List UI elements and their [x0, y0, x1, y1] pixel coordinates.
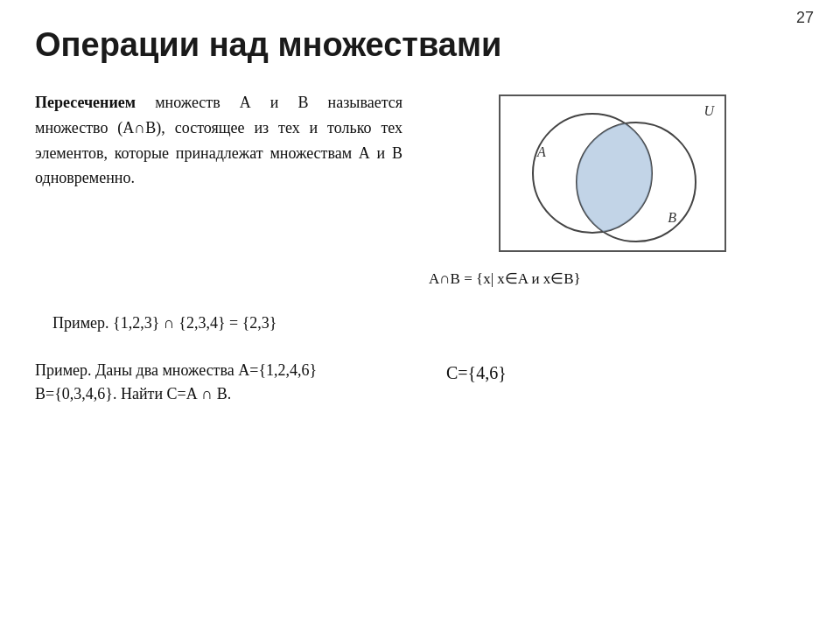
example2-problem: Пример. Даны два множества А={1,2,4,6}В=…: [35, 359, 402, 406]
venn-diagram: U A B: [499, 94, 726, 252]
venn-svg: [500, 96, 724, 250]
example2-section: Пример. Даны два множества А={1,2,4,6}В=…: [35, 359, 805, 406]
venn-area: U A B А∩В = {x| x∈A и x∈B}: [420, 90, 805, 288]
example1: Пример. {1,2,3} ∩ {2,3,4} = {2,3}: [35, 314, 402, 332]
page-number: 27: [796, 9, 814, 27]
page: 27 Операции над множествами Пересечением…: [0, 0, 840, 630]
formula: А∩В = {x| x∈A и x∈B}: [429, 270, 805, 288]
examples-section: Пример. {1,2,3} ∩ {2,3,4} = {2,3}: [35, 314, 805, 332]
definition-text: Пересечением множеств А и В называется м…: [35, 90, 402, 288]
page-title: Операции над множествами: [35, 26, 805, 64]
content-area: Пересечением множеств А и В называется м…: [35, 90, 805, 288]
example2-problem-text: Пример. Даны два множества А={1,2,4,6}В=…: [35, 361, 317, 402]
definition-bold: Пересечением: [35, 94, 136, 111]
example2-answer: С={4,6}: [420, 359, 805, 383]
formula-area: А∩В = {x| x∈A и x∈B}: [420, 265, 805, 288]
